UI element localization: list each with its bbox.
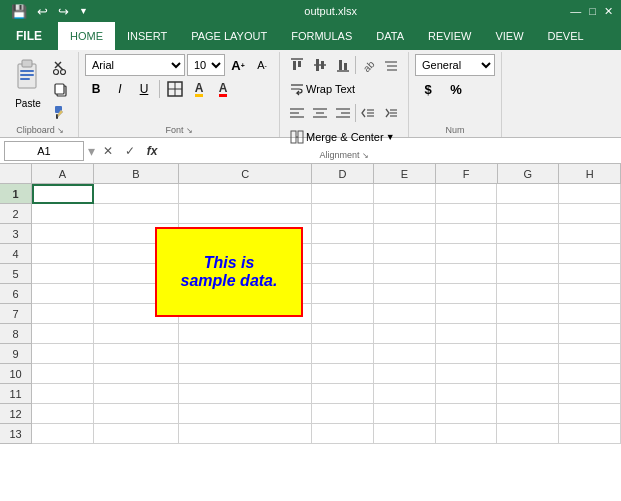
- copy-button[interactable]: [50, 80, 72, 100]
- cell-b9[interactable]: [94, 344, 179, 364]
- cell-a5[interactable]: [32, 264, 94, 284]
- format-painter-button[interactable]: [50, 102, 72, 122]
- cell-e3[interactable]: [374, 224, 436, 244]
- tab-page-layout[interactable]: PAGE LAYOUT: [179, 22, 279, 50]
- cell-e6[interactable]: [374, 284, 436, 304]
- cell-d8[interactable]: [312, 324, 374, 344]
- tab-review[interactable]: REVIEW: [416, 22, 483, 50]
- cell-e4[interactable]: [374, 244, 436, 264]
- align-right-button[interactable]: [332, 102, 354, 124]
- cell-b13[interactable]: [94, 424, 179, 444]
- cancel-button[interactable]: ✕: [99, 142, 117, 160]
- cell-h7[interactable]: [559, 304, 621, 324]
- wrap-text-button[interactable]: Wrap Text: [286, 78, 359, 100]
- cell-d4[interactable]: [312, 244, 374, 264]
- cell-e13[interactable]: [374, 424, 436, 444]
- increase-font-button[interactable]: A+: [227, 54, 249, 76]
- merge-expand-icon[interactable]: ▼: [386, 132, 395, 142]
- cell-b10[interactable]: [94, 364, 179, 384]
- cell-d6[interactable]: [312, 284, 374, 304]
- col-header-e[interactable]: E: [374, 164, 436, 184]
- align-top-button[interactable]: [286, 54, 308, 76]
- tab-home[interactable]: HOME: [58, 22, 115, 50]
- font-name-select[interactable]: Arial: [85, 54, 185, 76]
- cell-f6[interactable]: [436, 284, 498, 304]
- tab-file[interactable]: FILE: [0, 22, 58, 50]
- cell-g4[interactable]: [497, 244, 559, 264]
- cell-d1[interactable]: [312, 184, 374, 204]
- cell-a1[interactable]: [32, 184, 94, 204]
- bold-button[interactable]: B: [85, 78, 107, 100]
- col-header-c[interactable]: C: [179, 164, 312, 184]
- cell-e2[interactable]: [374, 204, 436, 224]
- cell-b8[interactable]: [94, 324, 179, 344]
- underline-button[interactable]: U: [133, 78, 155, 100]
- cell-f11[interactable]: [436, 384, 498, 404]
- cell-h3[interactable]: [559, 224, 621, 244]
- cell-d12[interactable]: [312, 404, 374, 424]
- cell-c9[interactable]: [179, 344, 312, 364]
- cell-f7[interactable]: [436, 304, 498, 324]
- cell-e9[interactable]: [374, 344, 436, 364]
- cell-h9[interactable]: [559, 344, 621, 364]
- cell-h10[interactable]: [559, 364, 621, 384]
- tab-devel[interactable]: DEVEL: [536, 22, 596, 50]
- cell-a3[interactable]: [32, 224, 94, 244]
- tab-insert[interactable]: INSERT: [115, 22, 179, 50]
- cell-h12[interactable]: [559, 404, 621, 424]
- merged-cell-content[interactable]: This is sample data.: [155, 227, 303, 317]
- cell-g2[interactable]: [497, 204, 559, 224]
- percent-button[interactable]: %: [443, 78, 469, 100]
- function-button[interactable]: fx: [143, 142, 161, 160]
- cell-f8[interactable]: [436, 324, 498, 344]
- tab-view[interactable]: VIEW: [483, 22, 535, 50]
- cell-a2[interactable]: [32, 204, 94, 224]
- align-center-button[interactable]: [309, 102, 331, 124]
- cell-d5[interactable]: [312, 264, 374, 284]
- cell-f1[interactable]: [436, 184, 498, 204]
- cell-g12[interactable]: [497, 404, 559, 424]
- cell-f13[interactable]: [436, 424, 498, 444]
- cell-e12[interactable]: [374, 404, 436, 424]
- cell-e11[interactable]: [374, 384, 436, 404]
- cell-d3[interactable]: [312, 224, 374, 244]
- cell-a7[interactable]: [32, 304, 94, 324]
- cell-b2[interactable]: [94, 204, 179, 224]
- cell-c13[interactable]: [179, 424, 312, 444]
- cell-h4[interactable]: [559, 244, 621, 264]
- cell-a9[interactable]: [32, 344, 94, 364]
- cell-g8[interactable]: [497, 324, 559, 344]
- cell-a6[interactable]: [32, 284, 94, 304]
- decrease-font-button[interactable]: A-: [251, 54, 273, 76]
- cell-e8[interactable]: [374, 324, 436, 344]
- cell-f5[interactable]: [436, 264, 498, 284]
- cell-f2[interactable]: [436, 204, 498, 224]
- cell-h11[interactable]: [559, 384, 621, 404]
- cell-e10[interactable]: [374, 364, 436, 384]
- cell-f12[interactable]: [436, 404, 498, 424]
- cell-c12[interactable]: [179, 404, 312, 424]
- tab-formulas[interactable]: FORMULAS: [279, 22, 364, 50]
- cell-c8[interactable]: [179, 324, 312, 344]
- confirm-button[interactable]: ✓: [121, 142, 139, 160]
- minimize-btn[interactable]: —: [570, 5, 581, 18]
- cell-g11[interactable]: [497, 384, 559, 404]
- align-bottom-button[interactable]: [332, 54, 354, 76]
- cell-g1[interactable]: [497, 184, 559, 204]
- number-format-select[interactable]: General: [415, 54, 495, 76]
- close-btn[interactable]: ✕: [604, 5, 613, 18]
- cell-g3[interactable]: [497, 224, 559, 244]
- fill-color-button[interactable]: A: [188, 78, 210, 100]
- orient-button[interactable]: ab: [357, 54, 379, 76]
- customize-icon[interactable]: ▼: [76, 6, 91, 16]
- decrease-indent-button[interactable]: [357, 102, 379, 124]
- merge-center-button[interactable]: Merge & Center ▼: [286, 126, 399, 148]
- font-color-button[interactable]: A: [212, 78, 234, 100]
- cell-h8[interactable]: [559, 324, 621, 344]
- cell-c2[interactable]: [179, 204, 312, 224]
- cell-ref-input[interactable]: [4, 141, 84, 161]
- cell-h5[interactable]: [559, 264, 621, 284]
- cell-e1[interactable]: [374, 184, 436, 204]
- save-icon[interactable]: 💾: [8, 4, 30, 19]
- restore-btn[interactable]: □: [589, 5, 596, 18]
